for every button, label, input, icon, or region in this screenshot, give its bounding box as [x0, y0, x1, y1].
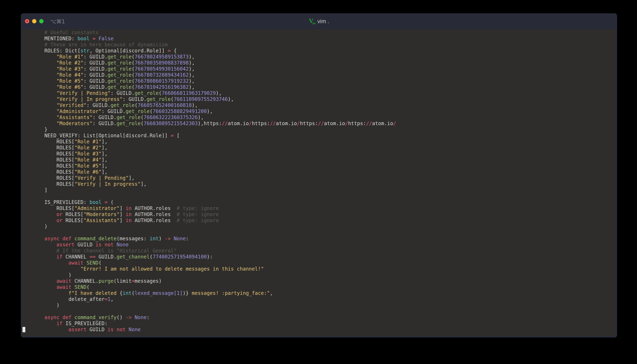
- code-line: "Role #3": GUILD.get_role(76678054993015…: [45, 66, 616, 72]
- code-line: ]: [45, 187, 616, 193]
- code-token: : GUILD.: [93, 114, 117, 120]
- code-token: not: [117, 326, 126, 332]
- code-token: :: [186, 236, 189, 242]
- titlebar[interactable]: ⌥⌘1 Vim vim .: [21, 14, 617, 29]
- code-token: (: [132, 54, 135, 60]
- code-token: [45, 278, 56, 284]
- code-line: f"I have deleted {int(lexed_message[1])}…: [45, 290, 616, 296]
- code-line: "Verify | In progress": GUILD.get_role(7…: [45, 96, 616, 102]
- code-token: : GUILD.: [84, 66, 108, 72]
- code-token: =: [93, 36, 96, 42]
- code-token: "Error! I am not allowed to delete messa…: [81, 266, 264, 272]
- code-line: "Role #6": GUILD.get_role(76678104291619…: [45, 84, 616, 90]
- code-line: ROLES["Administrator"] in AUTHOR.roles #…: [45, 205, 616, 212]
- code-token: get_role: [117, 120, 141, 126]
- vim-cursor: [23, 327, 25, 332]
- code-token: assert: [56, 242, 74, 248]
- code-token: [84, 260, 87, 266]
- code-token: [45, 102, 56, 108]
- code-token: , Optional[discord.Role]]: [90, 48, 168, 54]
- code-line: ROLES["Role #4"],: [45, 157, 616, 163]
- code-line: ROLES["Role #2"],: [45, 145, 616, 151]
- code-token: "Role #6": [75, 169, 102, 175]
- code-token: }: [45, 126, 48, 132]
- code-token: (: [171, 96, 174, 102]
- code-token: ROLES[: [45, 157, 75, 163]
- code-token: [45, 84, 56, 90]
- code-token: 766032588829491200: [153, 108, 207, 114]
- code-token: ],: [102, 145, 108, 151]
- code-token: [45, 284, 56, 290]
- code-token: ROLES: Dict[: [45, 48, 81, 54]
- code-token: get_role: [108, 72, 132, 78]
- code-token: not: [105, 242, 114, 248]
- code-token: [72, 314, 75, 320]
- code-token: IS_PREVILEGED:: [63, 320, 108, 326]
- code-token: ]: [45, 187, 48, 193]
- code-token: None: [117, 242, 129, 248]
- code-token: ROLES[: [45, 169, 75, 175]
- code-token: (: [132, 66, 135, 72]
- code-token: # type: ignore: [177, 212, 219, 217]
- code-token: [45, 114, 56, 120]
- code-line: }: [45, 126, 616, 132]
- code-line: ROLES["Role #1"],: [45, 139, 616, 145]
- code-token: 1: [108, 296, 111, 302]
- code-token: https:: [348, 120, 366, 126]
- window-title: Vim vim .: [21, 14, 617, 29]
- code-token: None: [135, 314, 147, 320]
- code-token: int: [123, 290, 132, 296]
- code-line: if CHANNEL == GUILD.get_channel(77400257…: [45, 254, 616, 260]
- code-token: 766780358908837898: [135, 60, 189, 66]
- code-token: 766780249589153873: [135, 54, 189, 60]
- code-line: "Role #2": GUILD.get_role(76678035890883…: [45, 60, 616, 66]
- code-token: if: [56, 320, 63, 326]
- code-token: in: [126, 212, 132, 217]
- code-token: "Moderators": [84, 212, 120, 217]
- code-token: (: [159, 90, 162, 96]
- code-token: (: [141, 114, 144, 120]
- code-token: int: [150, 236, 159, 242]
- code-line: IS_PREVILEGED: bool = (: [45, 199, 616, 205]
- code-token: [45, 260, 69, 266]
- code-token: ),: [192, 102, 198, 108]
- code-token: ROLES[: [45, 181, 75, 187]
- code-token: 766066811963179029: [162, 90, 216, 96]
- code-token: AUTHOR.roles: [132, 205, 177, 211]
- code-line: assert GUILD is not None: [45, 242, 616, 248]
- code-token: [45, 290, 69, 296]
- code-token: get_role: [111, 102, 135, 108]
- code-token: =: [168, 48, 171, 54]
- code-token: "Role #3": [75, 151, 102, 157]
- code-token: ROLES[: [45, 205, 75, 211]
- code-line: "Verify | Pending": GUILD.get_role(76606…: [45, 90, 616, 96]
- code-token: await: [56, 284, 71, 290]
- code-token: await: [69, 260, 84, 266]
- code-token: get_role: [108, 84, 132, 90]
- code-token: )}: [183, 290, 189, 296]
- code-token: https:: [300, 120, 318, 126]
- code-token: or: [56, 212, 63, 217]
- code-token: (: [135, 102, 138, 108]
- code-line: "Role #4": GUILD.get_role(76678073208943…: [45, 72, 616, 78]
- code-token: //: [270, 120, 276, 126]
- code-token: CHANNEL.: [72, 278, 99, 284]
- code-line: "Error! I am not allowed to delete messa…: [45, 266, 616, 272]
- code-token: ],: [129, 175, 135, 181]
- code-line: async def command_delete(messages: int) …: [45, 236, 616, 242]
- code-line: ROLES["Role #5"],: [45, 163, 616, 169]
- code-token: ),: [189, 84, 195, 90]
- code-token: CHANNEL: [63, 254, 90, 260]
- code-token: get_role: [117, 114, 141, 120]
- code-token: ),: [189, 72, 195, 78]
- code-token: ],: [102, 151, 108, 157]
- code-line: [45, 230, 616, 236]
- code-token: str: [81, 48, 90, 54]
- code-token: [72, 284, 75, 290]
- code-token: =: [171, 132, 174, 138]
- code-token: 766780549930156042: [135, 66, 189, 72]
- code-token: SEND: [75, 284, 87, 290]
- code-token: GUILD: [75, 242, 96, 248]
- terminal-content[interactable]: # Useful constantsMENTIONED: bool = Fals…: [22, 29, 616, 336]
- code-token: bool: [90, 199, 102, 205]
